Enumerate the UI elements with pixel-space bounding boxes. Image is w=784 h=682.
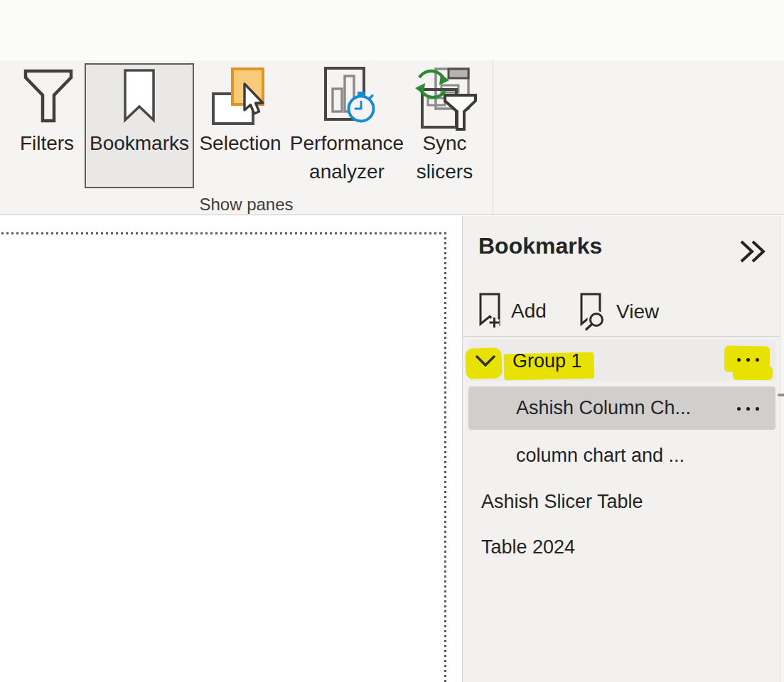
ribbon-group-label: Show panes — [0, 195, 493, 215]
bookmark-add-icon — [478, 293, 503, 330]
powerbi-window: Filters Bookmarks Selection — [0, 0, 784, 682]
selection-label: Selection — [198, 129, 283, 158]
bookmark-icon — [123, 68, 156, 124]
selection-button[interactable]: Selection — [198, 63, 283, 188]
bookmarks-button-active[interactable]: Bookmarks — [85, 63, 194, 188]
performance-analyzer-button[interactable]: Performance analyzer — [283, 63, 411, 188]
bookmark-item-label: column chart and ... — [516, 445, 684, 467]
canvas-dotted-border-right — [444, 232, 446, 682]
filter-icon — [23, 69, 73, 123]
filters-button[interactable]: Filters — [11, 63, 82, 188]
pane-divider — [463, 336, 784, 337]
yellow-highlight-menu — [733, 366, 773, 380]
bookmark-item-selected[interactable]: Ashish Column Ch... — [468, 386, 775, 430]
view-bookmarks-button[interactable]: View — [579, 293, 659, 331]
chevron-down-icon[interactable] — [474, 354, 497, 369]
performance-analyzer-icon — [316, 66, 377, 126]
bookmark-view-icon — [579, 293, 608, 331]
view-label: View — [616, 301, 659, 323]
ellipsis-icon[interactable] — [737, 407, 759, 411]
chevron-double-right-icon[interactable] — [738, 239, 766, 264]
add-label: Add — [511, 300, 547, 323]
selection-icon — [210, 66, 272, 129]
ellipsis-icon[interactable] — [737, 358, 759, 362]
bookmark-item-label: Table 2024 — [481, 536, 575, 558]
bookmark-item[interactable]: column chart and ... — [468, 435, 775, 475]
group-name: Group 1 — [512, 350, 582, 372]
ribbon-group-separator — [493, 60, 493, 214]
sync-slicers-button[interactable]: Sync slicers — [411, 63, 478, 188]
report-canvas[interactable] — [0, 216, 462, 682]
bookmarks-pane: Bookmarks Add View — [462, 216, 784, 682]
performance-analyzer-label: Performance analyzer — [283, 129, 411, 186]
bookmark-item[interactable]: Table 2024 — [468, 527, 775, 567]
add-bookmark-button[interactable]: Add — [478, 293, 547, 330]
filters-label: Filters — [11, 129, 82, 158]
bookmark-item[interactable]: Ashish Slicer Table — [468, 482, 775, 521]
ribbon-show-panes-group: Filters Bookmarks Selection — [0, 60, 784, 215]
bookmark-item-label: Ashish Slicer Table — [481, 491, 643, 513]
ribbon-top-strip — [0, 0, 784, 60]
bookmark-item-label: Ashish Column Ch... — [516, 397, 691, 419]
scrollbar-thumb[interactable] — [778, 394, 784, 396]
bookmark-group-row[interactable]: Group 1 — [468, 340, 775, 381]
sync-slicers-label: Sync slicers — [411, 129, 478, 186]
bookmarks-label: Bookmarks — [86, 129, 193, 158]
sync-slicers-icon — [412, 65, 478, 133]
canvas-dotted-border-top — [1, 232, 446, 234]
pane-title: Bookmarks — [478, 233, 602, 259]
pane-scrollbar-track[interactable] — [780, 216, 784, 682]
